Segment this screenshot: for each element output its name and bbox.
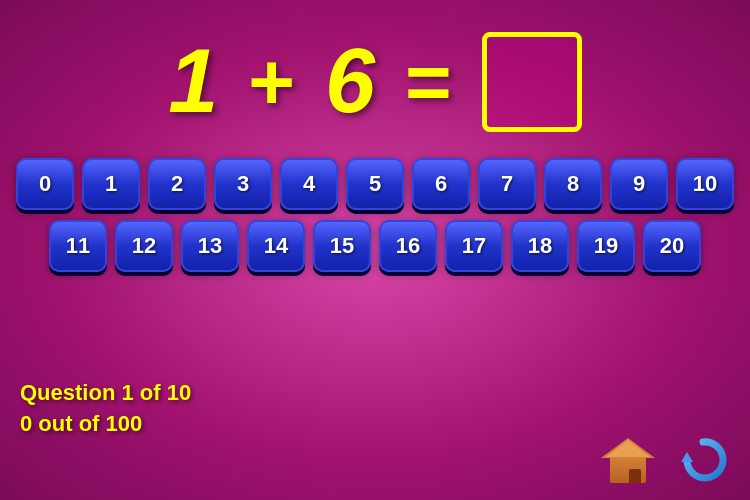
num-btn-3[interactable]: 3: [214, 158, 272, 210]
svg-marker-0: [681, 452, 693, 462]
button-row-1: 012345678910: [16, 158, 734, 210]
num-btn-14[interactable]: 14: [247, 220, 305, 272]
num-btn-17[interactable]: 17: [445, 220, 503, 272]
operand1: 1: [168, 30, 218, 133]
status-area: Question 1 of 10 0 out of 100: [20, 378, 191, 440]
equals-sign: =: [405, 36, 452, 128]
score-status: 0 out of 100: [20, 409, 191, 440]
num-btn-9[interactable]: 9: [610, 158, 668, 210]
refresh-icon: [679, 436, 727, 484]
button-row-2: 11121314151617181920: [49, 220, 701, 272]
num-btn-2[interactable]: 2: [148, 158, 206, 210]
num-btn-16[interactable]: 16: [379, 220, 437, 272]
num-btn-11[interactable]: 11: [49, 220, 107, 272]
question-status: Question 1 of 10: [20, 378, 191, 409]
num-btn-7[interactable]: 7: [478, 158, 536, 210]
operator: +: [248, 36, 295, 128]
num-btn-20[interactable]: 20: [643, 220, 701, 272]
home-icon: [603, 438, 653, 483]
num-btn-18[interactable]: 18: [511, 220, 569, 272]
house-door: [629, 469, 641, 483]
num-btn-4[interactable]: 4: [280, 158, 338, 210]
num-btn-0[interactable]: 0: [16, 158, 74, 210]
num-btn-6[interactable]: 6: [412, 158, 470, 210]
home-button[interactable]: [600, 435, 655, 485]
num-btn-10[interactable]: 10: [676, 158, 734, 210]
house-body: [610, 457, 646, 483]
num-btn-12[interactable]: 12: [115, 220, 173, 272]
num-btn-19[interactable]: 19: [577, 220, 635, 272]
num-btn-15[interactable]: 15: [313, 220, 371, 272]
equation-area: 1 + 6 =: [0, 0, 750, 133]
number-buttons-area: 012345678910 11121314151617181920: [0, 158, 750, 272]
operand2: 6: [325, 30, 375, 133]
num-btn-13[interactable]: 13: [181, 220, 239, 272]
refresh-button[interactable]: [675, 435, 730, 485]
answer-box[interactable]: [482, 32, 582, 132]
house-roof-inner: [606, 440, 650, 457]
num-btn-1[interactable]: 1: [82, 158, 140, 210]
num-btn-8[interactable]: 8: [544, 158, 602, 210]
num-btn-5[interactable]: 5: [346, 158, 404, 210]
